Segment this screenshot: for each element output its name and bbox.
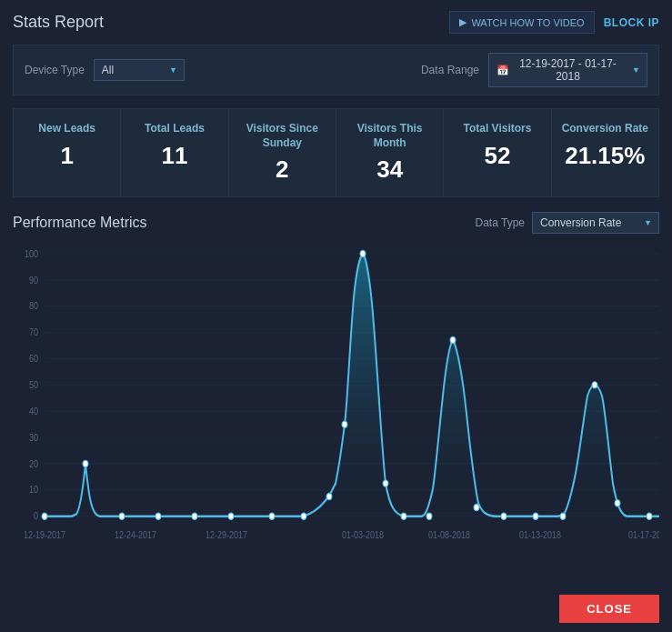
stat-card-visitors-month: Visitors This Month 34 [336,109,444,196]
svg-point-37 [474,505,479,511]
stat-value-visitors-month: 34 [344,155,436,184]
svg-point-31 [342,421,347,427]
svg-point-29 [301,513,306,519]
stats-row: New Leads 1 Total Leads 11 Visitors Sinc… [13,108,659,197]
filter-left: Device Type All Desktop Mobile Tablet [25,59,185,81]
svg-text:90: 90 [29,275,38,286]
data-type-wrapper: Data Type Conversion Rate Total Visitors… [476,212,659,234]
chart-container: .axis-text { font-size: 9px; fill: #5566… [13,243,659,587]
data-range-label: Data Range [421,64,479,76]
svg-text:01-13-2018: 01-13-2018 [519,529,561,540]
stat-label-visitors-month: Visitors This Month [344,122,436,150]
svg-point-22 [42,513,47,519]
stat-card-new-leads: New Leads 1 [14,109,121,196]
svg-point-24 [119,513,125,519]
svg-text:12-19-2017: 12-19-2017 [24,529,65,540]
svg-text:70: 70 [29,327,38,338]
svg-text:01-03-2018: 01-03-2018 [342,529,384,540]
stat-label-total-visitors: Total Visitors [451,122,543,136]
svg-point-23 [83,461,88,467]
svg-point-34 [401,513,406,519]
svg-text:30: 30 [29,432,38,443]
svg-point-36 [450,337,456,344]
filter-row: Device Type All Desktop Mobile Tablet Da… [13,45,659,95]
stat-card-conversion-rate: Conversion Rate 21.15% [552,109,658,196]
stat-label-conversion-rate: Conversion Rate [559,122,651,136]
svg-point-43 [647,513,652,519]
close-btn-row: CLOSE [13,595,659,623]
play-icon: ▶ [459,16,466,28]
svg-point-32 [360,251,366,257]
svg-text:100: 100 [25,248,38,259]
date-range-value: 12-19-2017 - 01-17-2018 [515,57,621,83]
stat-value-conversion-rate: 21.15% [559,142,651,170]
main-container: Stats Report ▶ WATCH HOW TO VIDEO BLOCK … [0,0,672,632]
header-row: Stats Report ▶ WATCH HOW TO VIDEO BLOCK … [13,11,659,34]
page-title: Stats Report [13,13,104,32]
svg-point-39 [533,513,538,519]
svg-text:01-17-2018: 01-17-2018 [628,529,659,540]
svg-text:01-08-2018: 01-08-2018 [428,529,470,540]
svg-text:60: 60 [29,354,38,365]
svg-point-41 [592,382,597,388]
svg-point-26 [192,513,197,519]
device-type-select-wrapper: All Desktop Mobile Tablet [94,59,185,81]
svg-text:20: 20 [29,458,38,469]
svg-point-30 [326,494,332,500]
stat-label-new-leads: New Leads [21,122,113,136]
stat-card-total-leads: Total Leads 11 [121,109,228,196]
performance-chart: .axis-text { font-size: 9px; fill: #5566… [13,243,659,560]
block-ip-button[interactable]: BLOCK IP [604,16,659,29]
data-type-label: Data Type [476,216,525,229]
date-range-button[interactable]: 📅 12-19-2017 - 01-17-2018 [488,53,647,87]
svg-text:40: 40 [29,406,38,416]
stat-value-visitors-sunday: 2 [236,155,328,184]
svg-point-42 [615,500,620,507]
svg-text:50: 50 [29,379,38,390]
device-type-select[interactable]: All Desktop Mobile Tablet [94,59,185,81]
close-button[interactable]: CLOSE [559,595,659,623]
svg-point-27 [228,513,234,519]
stat-label-visitors-sunday: Visitors Since Sunday [236,122,328,150]
stat-value-total-leads: 11 [128,142,220,170]
performance-title: Performance Metrics [13,215,147,231]
svg-point-33 [383,480,388,487]
stat-value-new-leads: 1 [21,142,113,170]
date-range-wrapper: 📅 12-19-2017 - 01-17-2018 [488,53,647,87]
device-type-label: Device Type [25,64,85,76]
svg-point-25 [155,513,161,519]
svg-text:12-24-2017: 12-24-2017 [115,529,156,540]
performance-header: Performance Metrics Data Type Conversion… [13,212,659,234]
svg-point-40 [560,513,566,519]
svg-text:12-29-2017: 12-29-2017 [206,529,247,540]
data-type-select[interactable]: Conversion Rate Total Visitors New Leads… [532,212,659,234]
svg-text:10: 10 [29,485,38,496]
header-buttons: ▶ WATCH HOW TO VIDEO BLOCK IP [449,11,659,34]
watch-video-button[interactable]: ▶ WATCH HOW TO VIDEO [449,11,594,34]
calendar-icon: 📅 [496,65,509,76]
watch-video-label: WATCH HOW TO VIDEO [471,17,584,28]
svg-point-28 [269,513,275,519]
stat-card-visitors-sunday: Visitors Since Sunday 2 [229,109,336,196]
stat-card-total-visitors: Total Visitors 52 [444,109,551,196]
data-type-select-wrapper: Conversion Rate Total Visitors New Leads… [532,212,659,234]
svg-point-35 [426,513,432,519]
svg-text:0: 0 [34,511,38,522]
stat-value-total-visitors: 52 [451,142,543,170]
stat-label-total-leads: Total Leads [128,122,220,136]
filter-right: Data Range 📅 12-19-2017 - 01-17-2018 [421,53,647,87]
svg-point-38 [501,513,507,519]
svg-text:80: 80 [29,301,38,312]
